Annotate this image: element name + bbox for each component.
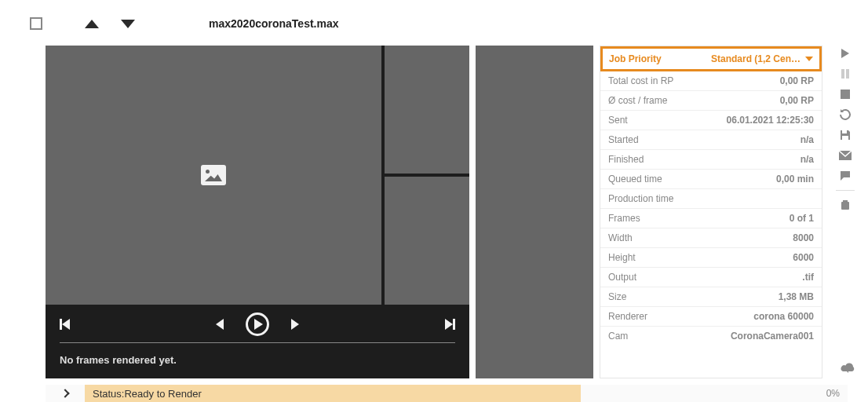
preview-main-panel bbox=[46, 46, 381, 305]
job-priority-value: Standard (1,2 Cen… bbox=[711, 53, 801, 64]
move-up-button[interactable] bbox=[85, 20, 99, 28]
preview-block: No frames rendered yet. bbox=[46, 46, 469, 378]
status-text: Status: Ready to Render bbox=[85, 385, 581, 402]
info-row: Startedn/a bbox=[600, 130, 822, 150]
svg-rect-1 bbox=[841, 69, 844, 79]
info-value: CoronaCamera001 bbox=[731, 331, 814, 342]
info-value: 0,00 RP bbox=[780, 95, 814, 106]
reload-button[interactable] bbox=[837, 107, 854, 122]
status-progress: 0% bbox=[826, 388, 848, 399]
svg-rect-5 bbox=[842, 136, 848, 140]
info-label: Total cost in RP bbox=[608, 75, 673, 86]
play-button[interactable] bbox=[246, 312, 269, 336]
delete-button[interactable] bbox=[837, 197, 854, 213]
info-row: Sent06.01.2021 12:25:30 bbox=[600, 111, 822, 130]
next-frame-button[interactable] bbox=[291, 319, 299, 330]
move-down-button[interactable] bbox=[121, 20, 135, 28]
frame-player: No frames rendered yet. bbox=[46, 305, 469, 378]
pause-job-button bbox=[837, 66, 854, 82]
info-value: 6000 bbox=[793, 252, 814, 263]
dropdown-icon bbox=[805, 57, 813, 61]
save-button[interactable] bbox=[837, 127, 854, 143]
info-row: Output.tif bbox=[600, 268, 822, 287]
secondary-panel bbox=[476, 46, 593, 378]
info-value: 1,38 MB bbox=[779, 291, 814, 302]
info-label: Output bbox=[608, 272, 636, 283]
info-label: Renderer bbox=[608, 311, 647, 322]
info-value: .tif bbox=[802, 272, 814, 283]
job-info-table: Job Priority Standard (1,2 Cen… Total co… bbox=[600, 46, 822, 378]
info-label: Frames bbox=[608, 213, 640, 224]
info-value: n/a bbox=[801, 134, 814, 145]
info-row: Renderercorona 60000 bbox=[600, 307, 822, 327]
job-priority-row[interactable]: Job Priority Standard (1,2 Cen… bbox=[600, 46, 822, 71]
info-label: Started bbox=[608, 134, 639, 145]
svg-rect-7 bbox=[841, 202, 849, 210]
preview-canvas bbox=[46, 46, 469, 305]
info-row: Queued time0,00 min bbox=[600, 170, 822, 189]
info-label: Cam bbox=[608, 331, 628, 342]
info-label: Finished bbox=[608, 154, 644, 165]
info-row: Total cost in RP0,00 RP bbox=[600, 71, 822, 91]
svg-rect-4 bbox=[842, 130, 847, 133]
status-bar: Status: Ready to Render 0% bbox=[46, 385, 848, 402]
svg-rect-8 bbox=[843, 200, 848, 202]
info-label: Height bbox=[608, 252, 636, 263]
info-label: Ø cost / frame bbox=[608, 95, 667, 106]
expand-status-button[interactable] bbox=[46, 390, 85, 397]
stop-job-button[interactable] bbox=[837, 86, 854, 102]
info-value: 0,00 min bbox=[776, 174, 814, 185]
preview-side-bottom bbox=[385, 177, 469, 305]
svg-rect-3 bbox=[841, 90, 850, 99]
info-row: Ø cost / frame0,00 RP bbox=[600, 91, 822, 111]
info-row: Finishedn/a bbox=[600, 150, 822, 170]
job-toolbar bbox=[833, 46, 857, 213]
info-value: 06.01.2021 12:25:30 bbox=[727, 115, 814, 126]
first-frame-button[interactable] bbox=[60, 319, 70, 330]
chat-button[interactable] bbox=[837, 168, 854, 184]
info-label: Size bbox=[608, 291, 626, 302]
mail-button[interactable] bbox=[837, 148, 854, 163]
info-value: 0 of 1 bbox=[790, 213, 814, 224]
select-checkbox[interactable] bbox=[30, 17, 42, 30]
play-job-button[interactable] bbox=[837, 46, 854, 61]
info-row: Frames0 of 1 bbox=[600, 209, 822, 228]
info-value: 8000 bbox=[793, 232, 814, 243]
info-row: CamCoronaCamera001 bbox=[600, 327, 822, 345]
job-filename: max2020coronaTest.max bbox=[209, 17, 339, 30]
info-value: corona 60000 bbox=[753, 311, 814, 322]
svg-marker-0 bbox=[841, 49, 849, 58]
info-label: Sent bbox=[608, 115, 628, 126]
info-row: Width8000 bbox=[600, 228, 822, 248]
last-frame-button[interactable] bbox=[445, 319, 455, 330]
info-value: 0,00 RP bbox=[780, 75, 814, 86]
info-value: n/a bbox=[801, 154, 814, 165]
preview-side-top bbox=[385, 46, 469, 174]
image-placeholder-icon bbox=[201, 165, 226, 185]
player-message: No frames rendered yet. bbox=[46, 343, 469, 378]
info-label: Width bbox=[608, 232, 633, 243]
job-priority-label: Job Priority bbox=[609, 53, 662, 64]
prev-frame-button[interactable] bbox=[216, 319, 224, 330]
info-row: Height6000 bbox=[600, 248, 822, 268]
info-label: Queued time bbox=[608, 174, 662, 185]
download-button[interactable] bbox=[840, 360, 857, 375]
info-row: Production time bbox=[600, 189, 822, 209]
info-row: Size1,38 MB bbox=[600, 287, 822, 307]
svg-rect-2 bbox=[846, 69, 849, 79]
info-label: Production time bbox=[608, 193, 673, 204]
